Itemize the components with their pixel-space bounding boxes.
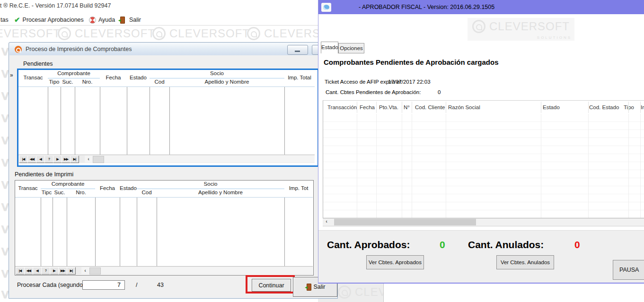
nav-last-button[interactable]: ▶| bbox=[70, 155, 79, 163]
nav-prev-button[interactable]: ◀ bbox=[33, 267, 42, 275]
tab-opciones-label: Opciones bbox=[340, 45, 363, 51]
menu-item-ayuda-label: Ayuda bbox=[98, 17, 115, 23]
segundos-input[interactable] bbox=[82, 280, 125, 290]
nav-prev-page-button[interactable]: ◀◀ bbox=[24, 267, 33, 275]
nav-next-button[interactable]: ▶ bbox=[50, 267, 59, 275]
anulados-value: 0 bbox=[574, 239, 580, 250]
menu-item-procesar-aprobaciones[interactable]: ✔ Procesar Aprobaciones bbox=[14, 15, 84, 25]
nav-help-button[interactable]: ? bbox=[44, 155, 53, 163]
tab-estado-label: Estado bbox=[321, 44, 338, 50]
table2-navigator: |◀ ◀◀ ◀ ? ▶ ▶▶ ▶| ‹ bbox=[15, 266, 313, 275]
page-title: Comprobantes Pendientes de Aprobación ca… bbox=[324, 58, 499, 66]
cleversoft-logo-icon bbox=[472, 20, 485, 33]
table2-hscrollbar[interactable]: ‹ bbox=[81, 267, 313, 274]
nav-first-button[interactable]: |◀ bbox=[16, 267, 25, 275]
rece-window-title: t ® Re.C.E. - Versión 17.0714 Build 9294… bbox=[0, 2, 303, 9]
col-numero: N° bbox=[404, 104, 410, 110]
pendientes-count-label: Cant. Cbtes Pendientes de Aprobación: bbox=[326, 89, 421, 95]
menu-item-clipped-label: tas bbox=[0, 17, 9, 23]
nav-help-button[interactable]: ? bbox=[41, 267, 50, 275]
table1-navigator: |◀ ◀◀ ◀ ? ▶ ▶▶ ▶| ‹ bbox=[18, 155, 315, 163]
scroll-thumb[interactable] bbox=[93, 156, 104, 163]
proceso-impresion-dialog: Proceso de Impresión de Comprobantes Pen… bbox=[9, 42, 338, 299]
col-tipo: Tipo bbox=[48, 79, 61, 85]
menu-item-clipped[interactable]: tas bbox=[0, 15, 9, 25]
exit-door-icon: ◄ bbox=[118, 17, 125, 23]
aprobados-label: Cant. Aprobados: bbox=[327, 239, 410, 250]
scroll-left-icon[interactable]: ‹ bbox=[323, 218, 330, 225]
col-fecha: Fecha bbox=[95, 185, 120, 191]
col-comprobante: Comprobante bbox=[41, 181, 95, 187]
col-apellido: Apellido y Nombre bbox=[169, 79, 284, 85]
col-fecha: Fecha bbox=[360, 104, 375, 110]
col-pto-vta: Pto.Vta. bbox=[379, 104, 398, 110]
scroll-left-icon[interactable]: ‹ bbox=[85, 155, 92, 163]
comprobantes-table-header: Transacción Fecha Pto.Vta. N° Cod. Clien… bbox=[323, 101, 644, 114]
comprobantes-table[interactable]: Transacción Fecha Pto.Vta. N° Cod. Clien… bbox=[323, 100, 644, 218]
cleversoft-logo-icon bbox=[338, 285, 351, 299]
tab-estado[interactable]: Estado bbox=[321, 42, 338, 53]
slash-separator: / bbox=[136, 282, 137, 288]
continuar-button[interactable]: Continuar bbox=[252, 279, 291, 292]
col-transac: Transac bbox=[15, 185, 41, 191]
pendientes-table[interactable]: Transac Comprobante Tipo Suc. Nro. Fecha… bbox=[17, 69, 319, 167]
cleversoft-logo-icon bbox=[58, 27, 71, 40]
pausa-button[interactable]: PAUSA bbox=[613, 260, 644, 280]
comprobantes-table-body bbox=[323, 114, 644, 218]
scroll-thumb[interactable] bbox=[334, 219, 476, 225]
exit-door-icon: ◄ bbox=[305, 284, 311, 290]
tab-opciones[interactable]: Opciones bbox=[338, 43, 364, 53]
col-nro: Nro. bbox=[67, 190, 95, 195]
col-estado: Estado bbox=[120, 185, 137, 191]
check-icon: ✔ bbox=[14, 16, 20, 24]
col-imp-total: Imp. Total bbox=[284, 75, 315, 80]
menu-item-ayuda[interactable]: Ayuda bbox=[89, 15, 115, 25]
col-fecha: Fecha bbox=[100, 75, 127, 80]
contador-value: 43 bbox=[157, 282, 164, 288]
nav-next-page-button[interactable]: ▶▶ bbox=[62, 155, 71, 163]
scroll-left-icon[interactable]: ‹ bbox=[81, 267, 89, 274]
col-cod-estado: Cod. Estado bbox=[589, 104, 619, 110]
aprobados-value: 0 bbox=[440, 239, 445, 250]
nav-next-page-button[interactable]: ▶▶ bbox=[58, 267, 67, 275]
col-razon-social: Razón Social bbox=[448, 104, 480, 110]
cleversoft-logo-icon bbox=[247, 27, 260, 40]
pendientes-imprimir-table[interactable]: Transac Comprobante Tipc Suc. Nro. Fecha… bbox=[15, 180, 314, 276]
nav-first-button[interactable]: |◀ bbox=[19, 155, 28, 163]
dialog-app-icon bbox=[15, 46, 22, 53]
pendientes-imprimir-label: Pendientes de Imprimi bbox=[15, 171, 73, 178]
row-marker: » bbox=[10, 72, 13, 78]
nav-prev-button[interactable]: ◀ bbox=[36, 155, 45, 163]
col-imp: Imp bbox=[641, 104, 644, 110]
ver-anulados-label: Ver Cbtes. Anulados bbox=[501, 259, 550, 265]
table1-hscrollbar[interactable]: ‹ bbox=[85, 155, 315, 163]
pausa-label: PAUSA bbox=[619, 267, 639, 273]
pendientes-count-value: 0 bbox=[438, 89, 441, 95]
menu-item-salir-label: Salir bbox=[129, 17, 141, 23]
comprobantes-hscrollbar[interactable]: ‹ bbox=[323, 218, 644, 226]
pendientes-label: Pendientes bbox=[23, 60, 53, 67]
cleversoft-logo-icon bbox=[152, 27, 166, 40]
minimize-button[interactable] bbox=[287, 45, 308, 55]
aprobador-fiscal-window: - APROBADOR FISCAL - Version: 2016.06.29… bbox=[318, 0, 644, 284]
col-estado: Estado bbox=[127, 75, 150, 80]
summary-panel: Cant. Aprobados: 0 Cant. Anulados: 0 Ver… bbox=[318, 230, 644, 283]
scroll-thumb[interactable] bbox=[89, 267, 101, 275]
procesar-cada-label: Procesar Cada (segundos): bbox=[17, 282, 89, 288]
help-icon bbox=[89, 17, 96, 24]
screen: t ® Re.C.E. - Versión 17.0714 Build 9294… bbox=[0, 0, 644, 302]
ver-aprobados-button[interactable]: Ver Cbtes. Aprobados bbox=[366, 255, 424, 269]
col-apellido: Apellido y Nombre bbox=[157, 190, 284, 195]
nav-last-button[interactable]: ▶| bbox=[67, 267, 76, 275]
nav-prev-page-button[interactable]: ◀◀ bbox=[27, 155, 36, 163]
ver-anulados-button[interactable]: Ver Cbtes. Anulados bbox=[496, 255, 554, 269]
salir-label: Salir bbox=[313, 284, 325, 290]
nav-next-button[interactable]: ▶ bbox=[53, 155, 62, 163]
col-suc: Suc. bbox=[53, 190, 67, 195]
menu-item-salir[interactable]: ◄ Salir bbox=[118, 15, 141, 25]
cleversoft-watermark: CLEVERSOFT bbox=[338, 285, 384, 302]
col-comprobante: Comprobante bbox=[48, 70, 100, 76]
ver-aprobados-label: Ver Cbtes. Aprobados bbox=[369, 259, 422, 265]
continuar-label: Continuar bbox=[258, 282, 284, 289]
col-estado: Estado bbox=[543, 104, 560, 110]
